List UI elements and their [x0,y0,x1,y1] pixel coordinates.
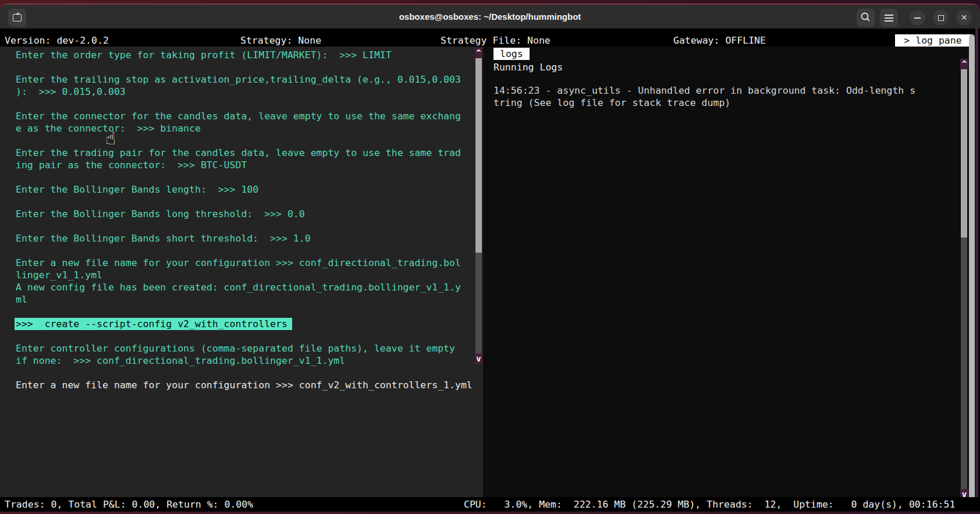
scrollbar-thumb[interactable] [475,58,482,253]
trades-pnl-status: Trades: 0, Total P&L: 0.00, Return %: 0.… [5,498,253,511]
terminal-line: Enter the trailing stop as activation_pr… [16,73,461,86]
log-pane: logs Running Logs 14:56:23 - async_utils… [483,47,975,497]
terminal-line: Enter the trading pair for the candles d… [16,147,461,159]
bottom-status-bar: Trades: 0, Total P&L: 0.00, Return %: 0.… [0,497,980,512]
terminal-window: osboxes@osboxes: ~/Desktop/hummingbot + … [0,3,980,512]
maximize-button[interactable] [933,10,949,26]
log-line: tring (See log file for stack trace dump… [493,97,730,109]
terminal-scrollbar[interactable] [969,34,975,509]
terminal-line: Enter the Bollinger Bands short threshol… [16,232,311,244]
left-pane[interactable]: Enter the order type for taking profit (… [0,47,483,497]
menu-icon [885,15,893,16]
scrollbar-track[interactable] [961,237,967,489]
new-tab-button[interactable]: + [8,9,26,27]
hand-cursor: ☝ [105,128,116,148]
search-button[interactable] [857,9,875,27]
left-pane-scrollbar[interactable]: ^ v [475,47,482,373]
terminal-line: Enter the Bollinger Bands long threshold… [16,208,305,220]
log-line: 14:56:23 - async_utils - Unhandled error… [493,84,915,97]
terminal-line: ing pair as the connector: >>> BTC-USDT [16,159,247,171]
new-tab-icon: + [13,14,22,22]
maximize-icon [938,15,944,21]
strategy-file-label: Strategy File: None [441,34,551,47]
scrollbar-thumb[interactable] [961,69,967,237]
terminal-line: ): >>> 0.015,0.003 [16,86,126,98]
running-logs-header: Running Logs [493,61,563,73]
scroll-up-arrow[interactable]: ^ [475,48,482,58]
strategy-label: Strategy: None [240,34,321,47]
window-bottom-border [0,512,980,512]
window-title: osboxes@osboxes: ~/Desktop/hummingbot [0,5,980,29]
logs-tab[interactable]: logs [493,48,530,60]
terminal-line: if none: >>> conf_directional_trading.bo… [16,355,345,367]
close-icon: ✕ [956,10,972,26]
terminal-line: >>> create --script-config v2_with_contr… [15,318,292,330]
log-pane-scrollbar[interactable]: ^ v [960,59,968,499]
terminal-line: A new config file has been created: conf… [16,281,461,293]
terminal-line: Enter a new file name for your configura… [16,257,461,269]
terminal-line: linger_v1_1.yml [16,269,102,281]
titlebar: osboxes@osboxes: ~/Desktop/hummingbot + … [0,5,980,29]
menu-button[interactable] [880,9,898,27]
version-label: Version: dev-2.0.2 [5,34,109,47]
window-edge [975,29,978,512]
terminal-line: Enter a new file name for your configura… [16,379,473,391]
terminal-line: ml [16,293,27,306]
terminal-line: Enter the connector for the candles data… [16,110,461,122]
gateway-label: Gateway: OFFLINE [673,34,766,47]
terminal-line: Enter controller configurations (comma-s… [16,342,455,355]
scroll-up-arrow[interactable]: ^ [960,59,968,69]
minimize-button[interactable] [910,10,925,26]
scroll-down-arrow[interactable]: v [475,353,482,364]
system-stats-status: CPU: 3.0%, Mem: 222.16 MB (225.29 MB), T… [464,498,955,511]
search-icon [857,9,875,27]
scrollbar-track[interactable] [475,253,482,353]
top-status-row: Version: dev-2.0.2 Strategy: None Strate… [0,34,980,47]
log-pane-toggle[interactable]: > log pane [895,34,971,47]
minimize-icon [914,17,921,19]
terminal-line: Enter the order type for taking profit (… [16,49,392,61]
terminal-line: Enter the Bollinger Bands length: >>> 10… [16,183,258,196]
close-button[interactable]: ✕ [956,10,972,26]
